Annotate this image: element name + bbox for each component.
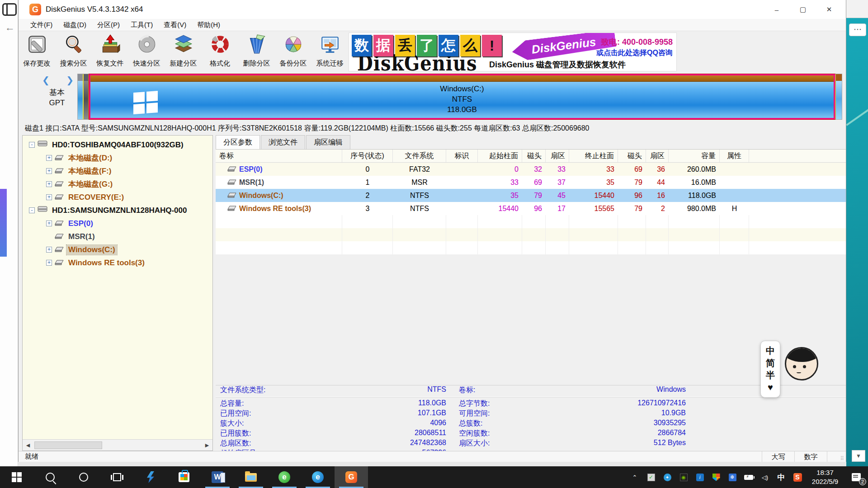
- column-header-1[interactable]: 序号(状态): [342, 150, 393, 162]
- ime-status-pill[interactable]: 中简半♥: [760, 341, 780, 398]
- tree-item-7[interactable]: MSR(1): [23, 230, 212, 243]
- diskgenius-taskbar-icon[interactable]: G: [335, 466, 368, 488]
- partition-block-msr[interactable]: [84, 74, 89, 119]
- edge-icon[interactable]: e: [301, 466, 335, 488]
- scrollbar-thumb[interactable]: [34, 441, 102, 449]
- taskbar-clock[interactable]: 18:37 2022/5/9: [806, 468, 844, 487]
- toolbar-button-8[interactable]: 系统迁移: [311, 31, 348, 71]
- chevron-up-icon[interactable]: ⌃: [627, 466, 643, 488]
- volume-icon[interactable]: ◁): [757, 466, 773, 488]
- expand-icon[interactable]: +: [46, 194, 52, 200]
- table-row-0[interactable]: ESP(0)0FAT3203233336936260.0MB: [216, 163, 846, 176]
- scroll-right-icon[interactable]: ▶: [202, 442, 212, 448]
- partition-block-windows-re[interactable]: [835, 74, 842, 119]
- column-header-2[interactable]: 文件系统: [393, 150, 446, 162]
- toolbar-button-6[interactable]: 删除分区: [238, 31, 275, 71]
- ad-banner[interactable]: DiskGenius 数据丢了怎么! DiskGenius DiskGenius…: [349, 33, 677, 71]
- column-header-10[interactable]: 容量: [669, 150, 720, 162]
- toolbar-button-1[interactable]: 搜索分区: [55, 31, 92, 71]
- ime-lang-icon[interactable]: 中: [773, 466, 789, 488]
- battery-icon[interactable]: [741, 466, 757, 488]
- table-row-1[interactable]: MSR(1)1MSR33693735794416.0MB: [216, 176, 846, 189]
- collapse-icon[interactable]: -: [29, 142, 35, 148]
- tree-item-2[interactable]: +本地磁盘(F:): [23, 164, 212, 178]
- toolbar-button-7[interactable]: 备份分区: [275, 31, 311, 71]
- expand-icon[interactable]: +: [46, 260, 52, 266]
- tree-item-0[interactable]: -HD0:TOSHIBAMQ04ABF100(932GB): [23, 138, 212, 151]
- tree-item-4[interactable]: +RECOVERY(E:): [23, 191, 212, 204]
- tab-1[interactable]: 浏览文件: [261, 135, 305, 149]
- ime-mode-2[interactable]: 半: [766, 369, 775, 381]
- ime-mode-1[interactable]: 简: [766, 357, 775, 369]
- nvidia-icon[interactable]: ◉: [675, 466, 692, 488]
- toolbar-button-3[interactable]: 快速分区: [128, 31, 165, 71]
- update-check-icon[interactable]: ✓: [643, 466, 659, 488]
- partition-block-windows-c[interactable]: Windows(C:) NTFS 118.0GB: [89, 74, 835, 119]
- file-explorer-icon[interactable]: [234, 466, 268, 488]
- sogou-icon[interactable]: S: [789, 466, 806, 488]
- prev-disk-icon[interactable]: ❮: [42, 75, 50, 85]
- back-arrow-icon[interactable]: ←: [4, 22, 16, 33]
- tree-item-6[interactable]: +ESP(0): [23, 217, 212, 230]
- expand-icon[interactable]: +: [46, 247, 52, 253]
- toolbar-button-2[interactable]: 恢复文件: [92, 31, 128, 71]
- partition-block-esp[interactable]: [78, 74, 84, 119]
- tree-item-8[interactable]: +Windows(C:): [23, 243, 212, 256]
- expand-icon[interactable]: +: [46, 221, 52, 226]
- snowflake-icon[interactable]: ❄: [724, 466, 741, 488]
- menu-item-4[interactable]: 查看(V): [158, 19, 192, 31]
- tree-item-9[interactable]: +Windows RE tools(3): [23, 256, 212, 269]
- ime-floating-widget[interactable]: 中简半♥: [760, 341, 820, 398]
- column-header-7[interactable]: 终止柱面: [569, 150, 618, 162]
- maximize-button[interactable]: ▢: [790, 0, 816, 19]
- menu-item-1[interactable]: 磁盘(D): [58, 19, 92, 31]
- column-header-11[interactable]: 属性: [720, 150, 749, 162]
- task-view-icon[interactable]: [100, 466, 134, 488]
- menu-item-5[interactable]: 帮助(H): [192, 19, 226, 31]
- heart-icon[interactable]: ♥: [768, 381, 773, 394]
- column-header-4[interactable]: 起始柱面: [478, 150, 522, 162]
- toolbar-button-4[interactable]: 新建分区: [165, 31, 202, 71]
- cortana-icon[interactable]: [67, 466, 100, 488]
- toolbar-button-0[interactable]: 保存更改: [19, 31, 55, 71]
- tree-item-5[interactable]: -HD1:SAMSUNGMZNLN128HAHQ-000: [23, 204, 212, 217]
- store-icon[interactable]: [167, 466, 201, 488]
- tab-2[interactable]: 扇区编辑: [306, 135, 350, 149]
- tree-item-3[interactable]: +本地磁盘(G:): [23, 178, 212, 191]
- tree-horizontal-scrollbar[interactable]: ◀ ▶: [23, 439, 212, 450]
- scroll-down-icon[interactable]: ▼: [852, 450, 865, 462]
- ime-mode-0[interactable]: 中: [766, 345, 775, 357]
- expand-icon[interactable]: +: [46, 181, 52, 187]
- expand-icon[interactable]: +: [46, 155, 52, 161]
- scroll-left-icon[interactable]: ◀: [23, 442, 33, 448]
- column-header-8[interactable]: 磁头: [618, 150, 646, 162]
- column-header-9[interactable]: 扇区: [646, 150, 669, 162]
- banner-qq-link[interactable]: 或点击此处选择QQ咨询: [596, 48, 673, 58]
- toolbar-button-5[interactable]: 格式化: [202, 31, 238, 71]
- browser-360-icon[interactable]: e: [268, 466, 301, 488]
- resize-grip[interactable]: [827, 451, 846, 462]
- notification-center-icon[interactable]: 2: [844, 466, 868, 488]
- table-row-2[interactable]: Windows(C:)2NTFS357945154409616118.0GB: [216, 189, 846, 202]
- column-header-0[interactable]: 卷标: [216, 150, 342, 162]
- tab-0[interactable]: 分区参数: [216, 135, 260, 149]
- menu-item-0[interactable]: 文件(F): [25, 19, 58, 31]
- next-disk-icon[interactable]: ❯: [66, 75, 74, 85]
- intel-graphics-icon[interactable]: i: [692, 466, 708, 488]
- flash-app-icon[interactable]: [134, 466, 167, 488]
- minimize-button[interactable]: –: [764, 0, 790, 19]
- column-header-3[interactable]: 标识: [446, 150, 478, 162]
- more-options-icon[interactable]: ⋯: [849, 23, 866, 36]
- bluebird-icon[interactable]: ✦: [659, 466, 675, 488]
- expand-icon[interactable]: +: [46, 168, 52, 174]
- close-button[interactable]: ✕: [816, 0, 842, 19]
- collapse-icon[interactable]: -: [29, 207, 35, 213]
- column-header-5[interactable]: 磁头: [522, 150, 546, 162]
- security-shield-icon[interactable]: ✕: [708, 466, 724, 488]
- tree-item-1[interactable]: +本地磁盘(D:): [23, 151, 212, 164]
- table-row-3[interactable]: Windows RE tools(3)3NTFS1544096171556579…: [216, 202, 846, 215]
- menu-item-2[interactable]: 分区(P): [92, 19, 125, 31]
- word-icon[interactable]: W: [201, 466, 234, 488]
- taskbar-search-icon[interactable]: [33, 466, 67, 488]
- column-header-6[interactable]: 扇区: [546, 150, 569, 162]
